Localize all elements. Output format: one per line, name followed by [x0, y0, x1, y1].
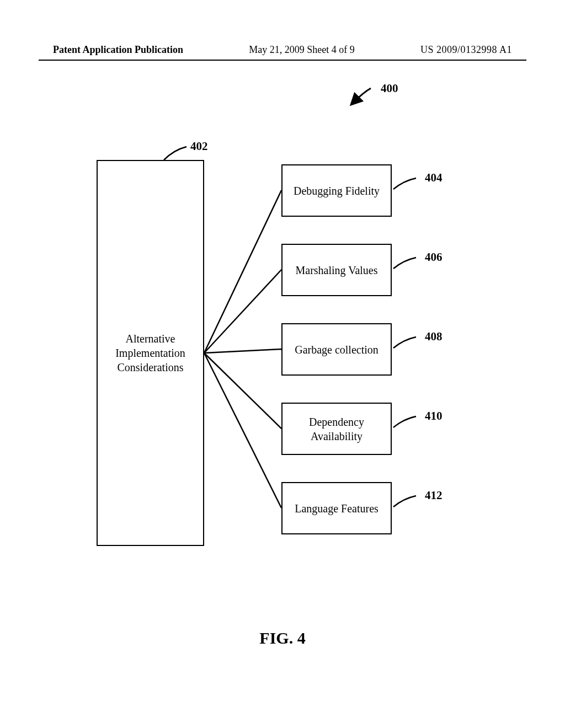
ref-404: 404: [425, 171, 443, 185]
leader-410: [390, 414, 423, 433]
svg-line-3: [204, 353, 281, 429]
pub-type: Patent Application Publication: [53, 44, 183, 56]
ref-406: 406: [425, 250, 443, 264]
box-marshaling-values: Marshaling Values: [281, 244, 392, 296]
leader-408: [390, 334, 423, 354]
ref-408: 408: [425, 330, 443, 344]
header-divider: [39, 60, 526, 61]
svg-line-4: [204, 353, 281, 508]
box-410-label: Dependency Availability: [309, 415, 364, 443]
svg-line-0: [204, 190, 281, 353]
box-404-label: Debugging Fidelity: [294, 184, 380, 198]
box-debugging-fidelity: Debugging Fidelity: [281, 164, 392, 217]
figure-caption: FIG. 4: [0, 629, 565, 647]
box-garbage-collection: Garbage collection: [281, 323, 392, 376]
ref-412: 412: [425, 489, 443, 502]
leader-404: [390, 175, 423, 195]
ref-410: 410: [425, 409, 443, 423]
leader-412: [390, 493, 423, 512]
box-412-label: Language Features: [295, 501, 379, 516]
pub-number: US 2009/0132998 A1: [420, 44, 512, 56]
figure-diagram: 400 Alternative Implementation Considera…: [0, 88, 565, 596]
leader-406: [390, 255, 423, 274]
box-406-label: Marshaling Values: [295, 263, 377, 277]
box-408-label: Garbage collection: [295, 342, 379, 357]
page-header: Patent Application Publication May 21, 2…: [0, 44, 565, 56]
date-and-sheet: May 21, 2009 Sheet 4 of 9: [249, 44, 354, 56]
box-dependency-availability: Dependency Availability: [281, 403, 392, 455]
svg-line-2: [204, 349, 281, 353]
svg-line-1: [204, 270, 281, 353]
box-language-features: Language Features: [281, 482, 392, 534]
